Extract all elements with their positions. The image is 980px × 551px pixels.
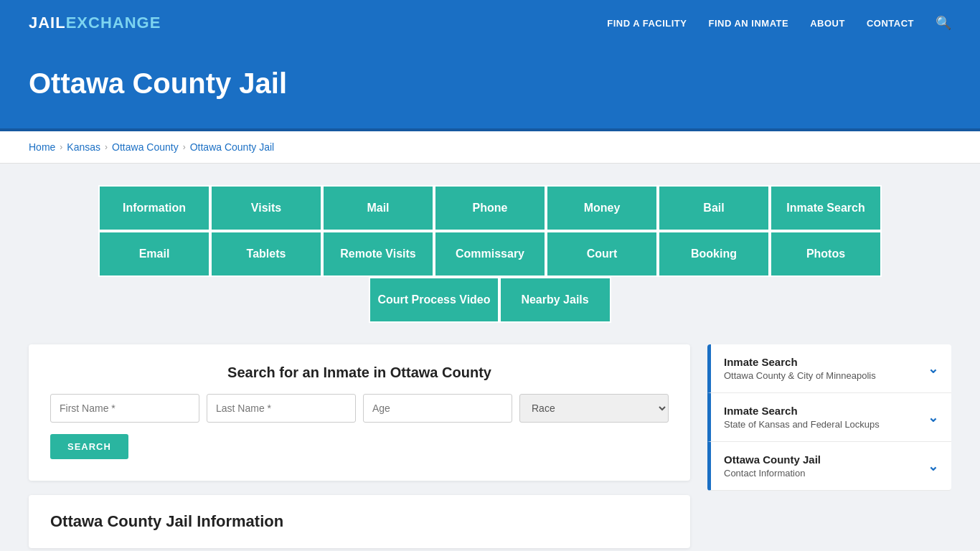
nav-btn-phone[interactable]: Phone — [434, 185, 546, 231]
search-button[interactable]: SEARCH — [50, 434, 128, 459]
nav-btn-nearby-jails[interactable]: Nearby Jails — [499, 277, 611, 323]
nav-btn-commissary[interactable]: Commissary — [434, 231, 546, 277]
breadcrumb: Home › Kansas › Ottawa County › Ottawa C… — [0, 131, 980, 164]
right-sidebar: Inmate Search Ottawa County & City of Mi… — [707, 344, 951, 491]
chevron-down-icon-2: ⌄ — [928, 410, 938, 425]
nav-row-3: Court Process Video Nearby Jails — [369, 277, 611, 323]
nav-find-facility[interactable]: FIND A FACILITY — [607, 18, 687, 29]
breadcrumb-ottawa-county[interactable]: Ottawa County — [112, 141, 179, 153]
nav-row-2: Email Tablets Remote Visits Commissary C… — [98, 231, 882, 277]
category-nav-grid: Information Visits Mail Phone Money Bail… — [29, 185, 951, 323]
sidebar-card-1-title: Inmate Search — [724, 356, 876, 368]
info-box: Ottawa County Jail Information — [29, 495, 690, 548]
main-nav: FIND A FACILITY FIND AN INMATE ABOUT CON… — [607, 15, 951, 31]
chevron-down-icon-1: ⌄ — [928, 361, 938, 377]
breadcrumb-current: Ottawa County Jail — [190, 141, 275, 153]
page-title: Ottawa County Jail — [29, 67, 951, 100]
race-select[interactable]: Race White Black Hispanic Asian Other — [519, 394, 669, 423]
breadcrumb-sep-3: › — [183, 142, 186, 152]
site-logo[interactable]: JAILEXCHANGE — [29, 14, 161, 32]
breadcrumb-home[interactable]: Home — [29, 141, 55, 153]
nav-btn-tablets[interactable]: Tablets — [210, 231, 322, 277]
sidebar-card-3[interactable]: Ottawa County Jail Contact Information ⌄ — [707, 442, 951, 491]
logo-jail: JAIL — [29, 14, 66, 32]
sidebar-card-3-title: Ottawa County Jail — [724, 453, 821, 466]
chevron-down-icon-3: ⌄ — [928, 458, 938, 474]
nav-btn-money[interactable]: Money — [546, 185, 658, 231]
sidebar-card-2-sub: State of Kansas and Federal Lockups — [724, 419, 880, 430]
nav-btn-visits[interactable]: Visits — [210, 185, 322, 231]
main-content: Information Visits Mail Phone Money Bail… — [0, 164, 980, 551]
sidebar-card-2-title: Inmate Search — [724, 405, 880, 417]
nav-btn-court-process-video[interactable]: Court Process Video — [369, 277, 499, 323]
breadcrumb-sep-1: › — [60, 142, 62, 152]
breadcrumb-kansas[interactable]: Kansas — [67, 141, 100, 153]
inmate-search-box: Search for an Inmate in Ottawa County Ra… — [29, 344, 690, 481]
nav-btn-information[interactable]: Information — [98, 185, 210, 231]
nav-btn-bail[interactable]: Bail — [658, 185, 770, 231]
search-form: Race White Black Hispanic Asian Other — [50, 394, 669, 423]
sidebar-card-1-sub: Ottawa County & City of Minneapolis — [724, 370, 876, 381]
body-section: Search for an Inmate in Ottawa County Ra… — [29, 344, 951, 548]
nav-btn-email[interactable]: Email — [98, 231, 210, 277]
sidebar-card-3-sub: Contact Information — [724, 468, 821, 479]
header-search-button[interactable]: 🔍 — [936, 15, 951, 31]
left-panel: Search for an Inmate in Ottawa County Ra… — [29, 344, 690, 548]
nav-find-inmate[interactable]: FIND AN INMATE — [708, 18, 788, 29]
age-field[interactable] — [363, 394, 512, 423]
breadcrumb-sep-2: › — [105, 142, 108, 152]
nav-btn-booking[interactable]: Booking — [658, 231, 770, 277]
hero-section: Ottawa County Jail — [0, 46, 980, 131]
nav-row-1: Information Visits Mail Phone Money Bail… — [98, 185, 882, 231]
search-title: Search for an Inmate in Ottawa County — [50, 364, 669, 381]
logo-exchange: EXCHANGE — [66, 14, 161, 32]
sidebar-card-1[interactable]: Inmate Search Ottawa County & City of Mi… — [707, 344, 951, 393]
nav-contact[interactable]: CONTACT — [867, 18, 914, 29]
nav-btn-remote-visits[interactable]: Remote Visits — [322, 231, 434, 277]
nav-about[interactable]: ABOUT — [810, 18, 845, 29]
site-header: JAILEXCHANGE FIND A FACILITY FIND AN INM… — [0, 0, 980, 46]
nav-btn-court[interactable]: Court — [546, 231, 658, 277]
nav-btn-photos[interactable]: Photos — [770, 231, 882, 277]
sidebar-card-2[interactable]: Inmate Search State of Kansas and Federa… — [707, 393, 951, 442]
first-name-field[interactable] — [50, 394, 199, 423]
nav-btn-inmate-search[interactable]: Inmate Search — [770, 185, 882, 231]
info-title: Ottawa County Jail Information — [50, 512, 669, 531]
last-name-field[interactable] — [207, 394, 356, 423]
nav-btn-mail[interactable]: Mail — [322, 185, 434, 231]
